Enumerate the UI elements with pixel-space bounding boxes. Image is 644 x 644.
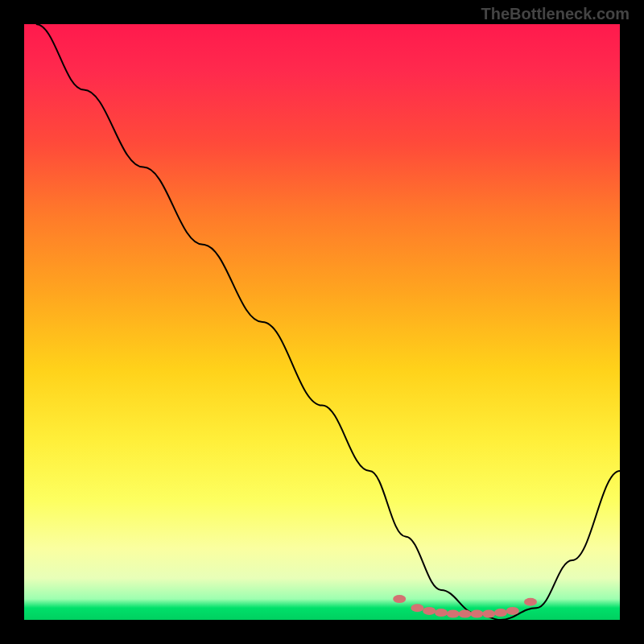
optimal-marker — [435, 609, 448, 617]
optimal-marker — [494, 609, 507, 617]
attribution-text: TheBottleneck.com — [481, 5, 630, 23]
optimal-range-markers — [393, 595, 537, 618]
optimal-marker — [447, 610, 460, 618]
optimal-marker — [423, 607, 436, 615]
optimal-marker — [393, 595, 406, 603]
optimal-marker — [470, 610, 483, 618]
optimal-marker — [482, 610, 495, 618]
optimal-marker — [411, 604, 423, 612]
optimal-marker — [524, 598, 537, 606]
optimal-marker — [459, 610, 472, 618]
bottleneck-curve — [36, 24, 620, 620]
chart-svg — [24, 24, 620, 620]
optimal-marker — [506, 607, 519, 615]
chart-area — [24, 24, 620, 620]
